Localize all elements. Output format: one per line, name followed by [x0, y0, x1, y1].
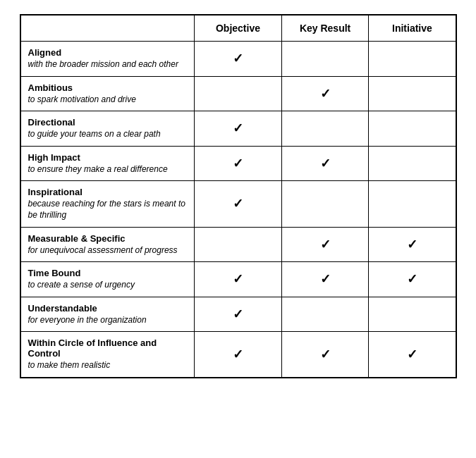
check-time-bound-objective: ✓ — [195, 262, 282, 297]
table-row: Inspirationalbecause reaching for the st… — [20, 181, 456, 227]
check-directional-key_result — [281, 111, 369, 147]
main-table-container: Objective Key Result Initiative Alignedw… — [20, 14, 457, 378]
row-label-inspirational: Inspirationalbecause reaching for the st… — [20, 181, 195, 227]
check-inspirational-key_result — [281, 181, 369, 227]
checkmark-icon: ✓ — [233, 347, 243, 362]
check-measurable-specific-initiative: ✓ — [369, 227, 456, 262]
row-label-high-impact: High Impactto ensure they make a real di… — [20, 146, 195, 181]
row-title-understandable: Understandable — [28, 303, 188, 314]
row-title-ambitious: Ambitious — [28, 82, 188, 93]
check-ambitious-objective — [195, 76, 282, 111]
checkmark-icon: ✓ — [233, 196, 243, 211]
check-high-impact-initiative — [369, 146, 456, 181]
check-measurable-specific-objective — [195, 227, 282, 262]
row-label-time-bound: Time Boundto create a sense of urgency — [20, 262, 195, 297]
check-high-impact-objective: ✓ — [195, 146, 282, 181]
row-title-aligned: Aligned — [28, 47, 188, 58]
table-row: Within Circle of Influence and Controlto… — [20, 332, 456, 378]
check-high-impact-key_result: ✓ — [281, 146, 369, 181]
check-within-circle-objective: ✓ — [195, 332, 282, 378]
checkmark-icon: ✓ — [407, 271, 417, 287]
check-directional-initiative — [369, 111, 456, 147]
checkmark-icon: ✓ — [233, 156, 243, 171]
table-row: Alignedwith the broader mission and each… — [20, 42, 456, 77]
header-empty — [20, 15, 195, 42]
row-subtitle-directional: to guide your teams on a clear path — [28, 129, 188, 140]
check-inspirational-initiative — [369, 181, 456, 227]
row-label-aligned: Alignedwith the broader mission and each… — [20, 42, 195, 77]
row-subtitle-inspirational: because reaching for the stars is meant … — [28, 199, 188, 221]
row-subtitle-time-bound: to create a sense of urgency — [28, 280, 188, 291]
checkmark-icon: ✓ — [233, 271, 243, 287]
checkmark-icon: ✓ — [233, 120, 243, 136]
checkmark-icon: ✓ — [233, 51, 243, 66]
check-aligned-objective: ✓ — [195, 42, 282, 77]
row-title-within-circle: Within Circle of Influence and Control — [28, 338, 188, 359]
table-row: Measurable & Specificfor unequivocal ass… — [20, 227, 456, 262]
checkmark-icon: ✓ — [407, 237, 417, 252]
checkmark-icon: ✓ — [320, 271, 331, 287]
table-row: High Impactto ensure they make a real di… — [20, 146, 456, 181]
check-ambitious-initiative — [369, 76, 456, 111]
row-label-within-circle: Within Circle of Influence and Controlto… — [20, 332, 195, 378]
checkmark-icon: ✓ — [320, 237, 331, 252]
check-aligned-initiative — [369, 42, 456, 77]
header-objective: Objective — [195, 15, 282, 42]
row-subtitle-high-impact: to ensure they make a real difference — [28, 164, 188, 175]
check-aligned-key_result — [281, 42, 369, 77]
row-title-time-bound: Time Bound — [28, 268, 188, 278]
row-subtitle-aligned: with the broader mission and each other — [28, 59, 188, 70]
row-subtitle-ambitious: to spark motivation and drive — [28, 94, 188, 106]
checkmark-icon: ✓ — [320, 156, 331, 171]
row-title-inspirational: Inspirational — [28, 187, 188, 197]
row-title-measurable-specific: Measurable & Specific — [28, 233, 188, 244]
check-measurable-specific-key_result: ✓ — [281, 227, 369, 262]
check-understandable-initiative — [369, 297, 456, 332]
table-row: Time Boundto create a sense of urgency✓✓… — [20, 262, 456, 297]
header-row: Objective Key Result Initiative — [20, 15, 456, 42]
row-subtitle-within-circle: to make them realistic — [28, 360, 188, 371]
check-time-bound-initiative: ✓ — [369, 262, 456, 297]
checkmark-icon: ✓ — [320, 86, 331, 101]
okr-comparison-table: Objective Key Result Initiative Alignedw… — [20, 14, 457, 378]
header-key-result: Key Result — [281, 15, 369, 42]
check-within-circle-key_result: ✓ — [281, 332, 369, 378]
checkmark-icon: ✓ — [407, 347, 417, 362]
checkmark-icon: ✓ — [320, 347, 331, 362]
row-label-directional: Directionalto guide your teams on a clea… — [20, 111, 195, 147]
row-subtitle-measurable-specific: for unequivocal assessment of progress — [28, 245, 188, 256]
check-understandable-objective: ✓ — [195, 297, 282, 332]
row-label-ambitious: Ambitiousto spark motivation and drive — [20, 76, 195, 111]
table-row: Understandablefor everyone in the organi… — [20, 297, 456, 332]
check-time-bound-key_result: ✓ — [281, 262, 369, 297]
check-directional-objective: ✓ — [195, 111, 282, 147]
header-initiative: Initiative — [369, 15, 456, 42]
check-ambitious-key_result: ✓ — [281, 76, 369, 111]
check-within-circle-initiative: ✓ — [369, 332, 456, 378]
check-understandable-key_result — [281, 297, 369, 332]
row-title-high-impact: High Impact — [28, 152, 188, 163]
table-row: Ambitiousto spark motivation and drive✓ — [20, 76, 456, 111]
row-title-directional: Directional — [28, 117, 188, 128]
table-row: Directionalto guide your teams on a clea… — [20, 111, 456, 147]
row-subtitle-understandable: for everyone in the organization — [28, 315, 188, 326]
check-inspirational-objective: ✓ — [195, 181, 282, 227]
row-label-understandable: Understandablefor everyone in the organi… — [20, 297, 195, 332]
checkmark-icon: ✓ — [233, 307, 243, 322]
row-label-measurable-specific: Measurable & Specificfor unequivocal ass… — [20, 227, 195, 262]
